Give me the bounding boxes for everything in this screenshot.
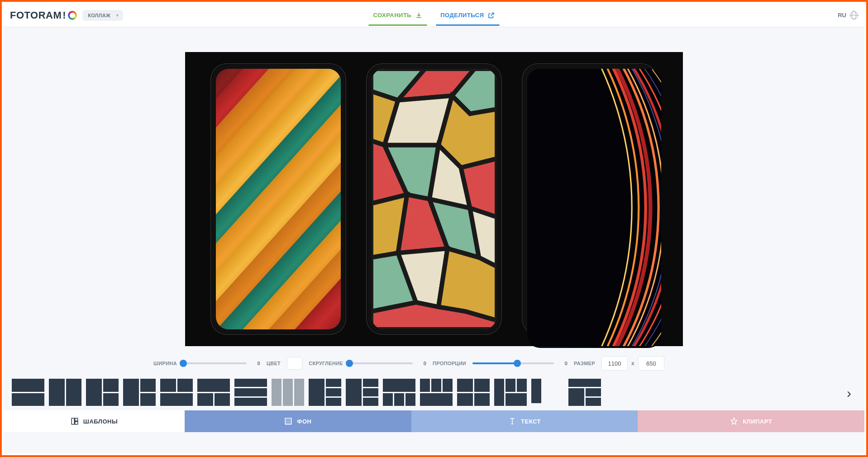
template-item[interactable] xyxy=(383,379,415,406)
collage-slot-1[interactable] xyxy=(210,63,346,335)
logo-text: FOTORAM xyxy=(10,10,62,21)
template-item[interactable] xyxy=(457,379,490,406)
tab-text-label: ТЕКСТ xyxy=(521,418,541,425)
svg-rect-20 xyxy=(72,418,74,424)
share-icon xyxy=(488,12,495,19)
rounding-value: 0 xyxy=(419,361,426,366)
slot-1-image xyxy=(216,69,341,329)
template-item[interactable] xyxy=(568,379,601,406)
template-item-active[interactable] xyxy=(272,379,304,406)
width-slider[interactable] xyxy=(183,362,247,364)
download-icon xyxy=(415,12,422,19)
tab-background[interactable]: ФОН xyxy=(185,410,411,432)
canvas-width-input[interactable] xyxy=(601,356,628,371)
bottom-tabs: ШАБЛОНЫ ФОН ТЕКСТ КЛИПАРТ xyxy=(4,410,864,432)
size-label: РАЗМЕР xyxy=(574,361,595,366)
tab-clipart-label: КЛИПАРТ xyxy=(743,418,772,425)
template-item[interactable] xyxy=(12,379,44,406)
collage-canvas[interactable] xyxy=(185,52,683,346)
share-label: ПОДЕЛИТЬСЯ xyxy=(440,12,484,19)
width-label: ШИРИНА xyxy=(153,361,177,366)
template-item[interactable] xyxy=(123,379,156,406)
size-inputs: x xyxy=(601,356,664,371)
slot-2-image xyxy=(372,69,496,329)
slot-3-image xyxy=(527,69,661,348)
template-item[interactable] xyxy=(494,379,527,406)
color-picker[interactable] xyxy=(287,357,302,370)
save-button[interactable]: СОХРАНИТЬ xyxy=(373,5,422,26)
width-value: 0 xyxy=(253,361,260,366)
app-logo[interactable]: FOTORAM! xyxy=(10,10,77,21)
clipart-icon xyxy=(730,417,738,425)
template-strip: › xyxy=(4,376,864,410)
template-item[interactable] xyxy=(346,379,378,406)
template-item[interactable] xyxy=(234,379,267,406)
tab-templates-label: ШАБЛОНЫ xyxy=(83,418,118,425)
logo-exclaim: ! xyxy=(62,10,66,21)
collage-slot-3[interactable] xyxy=(522,63,658,335)
template-strip-next[interactable]: › xyxy=(840,379,858,407)
share-button[interactable]: ПОДЕЛИТЬСЯ xyxy=(440,5,495,26)
svg-rect-21 xyxy=(75,418,78,421)
tab-background-label: ФОН xyxy=(297,418,311,425)
app-header: FOTORAM! КОЛЛАЖ СОХРАНИТЬ ПОДЕЛИТЬСЯ RU xyxy=(4,4,864,27)
template-item[interactable] xyxy=(86,379,119,406)
template-item[interactable] xyxy=(197,379,230,406)
tab-templates[interactable]: ШАБЛОНЫ xyxy=(4,410,185,432)
header-actions: СОХРАНИТЬ ПОДЕЛИТЬСЯ xyxy=(373,4,495,27)
template-item[interactable] xyxy=(309,379,341,406)
save-label: СОХРАНИТЬ xyxy=(373,12,411,19)
rounding-label: СКРУГЛЕНИЕ xyxy=(309,361,343,366)
templates-icon xyxy=(71,417,79,425)
text-icon xyxy=(508,417,516,425)
template-item[interactable] xyxy=(531,379,564,406)
proportions-value: 0 xyxy=(560,361,568,366)
template-item[interactable] xyxy=(49,379,81,406)
rounding-slider[interactable] xyxy=(349,362,413,364)
mode-label: КОЛЛАЖ xyxy=(88,13,110,18)
canvas-height-input[interactable] xyxy=(638,356,664,371)
proportions-slider[interactable] xyxy=(472,362,554,364)
tab-clipart[interactable]: КЛИПАРТ xyxy=(638,410,864,432)
size-separator: x xyxy=(631,360,634,367)
tab-text[interactable]: ТЕКСТ xyxy=(411,410,638,432)
language-label: RU xyxy=(838,12,846,19)
language-selector[interactable]: RU xyxy=(838,11,858,19)
proportions-label: ПРОПОРЦИИ xyxy=(433,361,466,366)
globe-icon xyxy=(850,11,858,19)
chevron-right-icon: › xyxy=(847,386,851,401)
svg-rect-22 xyxy=(75,422,78,424)
controls-row: ШИРИНА 0 ЦВЕТ СКРУГЛЕНИЕ 0 ПРОПОРЦИИ 0 Р… xyxy=(153,346,715,376)
template-item[interactable] xyxy=(420,379,453,406)
logo-ring-icon xyxy=(68,11,77,20)
collage-slot-2[interactable] xyxy=(366,63,502,335)
workspace: ШИРИНА 0 ЦВЕТ СКРУГЛЕНИЕ 0 ПРОПОРЦИИ 0 Р… xyxy=(4,27,864,453)
color-label: ЦВЕТ xyxy=(267,361,281,366)
mode-dropdown[interactable]: КОЛЛАЖ xyxy=(82,10,123,21)
template-item[interactable] xyxy=(160,379,193,406)
background-icon xyxy=(284,417,292,425)
